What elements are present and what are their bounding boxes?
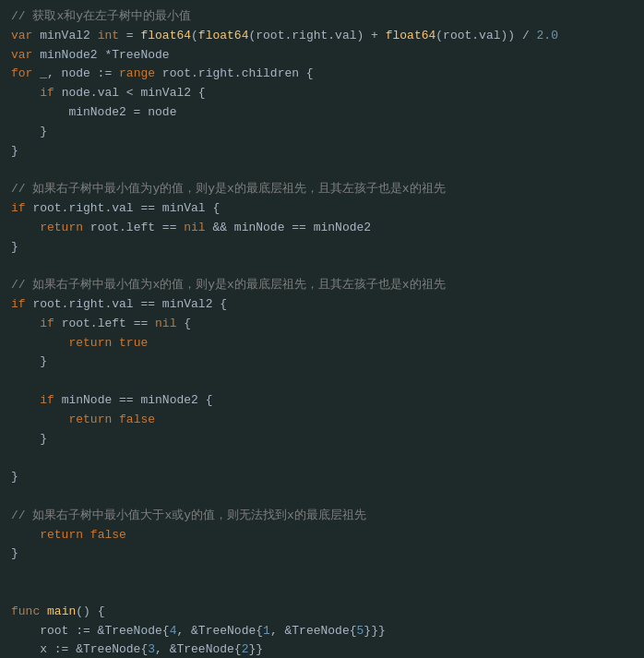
code-line: if minNode == minNode2 { (11, 391, 633, 411)
code-line: x := &TreeNode{3, &TreeNode{2}} (11, 640, 633, 658)
code-line: } (11, 544, 633, 564)
code-line (11, 583, 633, 603)
code-line: } (11, 430, 633, 449)
code-line (11, 449, 633, 468)
code-line (11, 257, 633, 276)
code-line: var minVal2 int = float64(float64(root.r… (11, 27, 633, 46)
code-line: // 如果右子树中最小值为x的值，则y是x的最底层祖先，且其左孩子也是x的祖先 (11, 276, 633, 295)
code-line: return true (11, 334, 633, 353)
code-line: if node.val < minVal2 { (11, 84, 633, 103)
code-line (11, 161, 633, 180)
code-line (11, 564, 633, 583)
code-line: root := &TreeNode{4, &TreeNode{1, &TreeN… (11, 622, 633, 641)
code-line: minNode2 = node (11, 103, 633, 123)
code-line: // 获取x和y在左子树中的最小值 (11, 7, 633, 27)
code-line: return false (11, 411, 633, 430)
code-line (11, 372, 633, 391)
code-line: } (11, 123, 633, 142)
code-line: } (11, 353, 633, 372)
code-line: var minNode2 *TreeNode (11, 46, 633, 66)
code-line: } (11, 238, 633, 257)
code-line: return root.left == nil && minNode == mi… (11, 219, 633, 238)
code-line: // 如果右子树中最小值为y的值，则y是x的最底层祖先，且其左孩子也是x的祖先 (11, 180, 633, 199)
code-line: } (11, 468, 633, 487)
code-line: // 如果右子树中最小值大于x或y的值，则无法找到x的最底层祖先 (11, 507, 633, 526)
code-line: return false (11, 526, 633, 545)
code-line (11, 487, 633, 507)
code-line: if root.right.val == minVal2 { (11, 295, 633, 315)
code-line: func main() { (11, 603, 633, 622)
code-line: } (11, 142, 633, 162)
code-line: if root.right.val == minVal { (11, 199, 633, 219)
code-line: for _, node := range root.right.children… (11, 65, 633, 84)
code-editor: // 获取x和y在左子树中的最小值 var minVal2 int = floa… (0, 0, 644, 658)
code-line: if root.left == nil { (11, 315, 633, 334)
